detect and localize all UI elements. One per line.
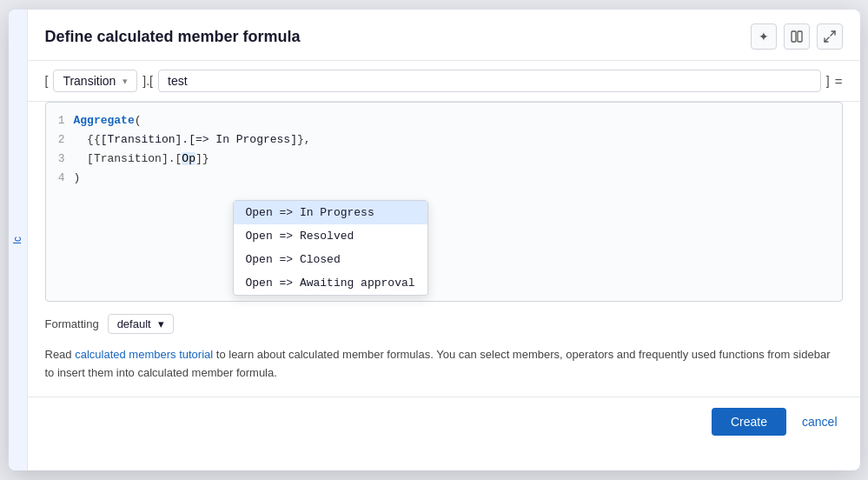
sparkle-button[interactable]: ✦: [751, 23, 777, 50]
formatting-value: default: [117, 317, 151, 330]
code-lines[interactable]: Aggregate( {{[Transition].[=> In Progres…: [74, 111, 842, 188]
cancel-button[interactable]: cancel: [797, 408, 842, 436]
svg-rect-0: [792, 31, 796, 42]
line-numbers: 1 2 3 4: [46, 111, 74, 188]
svg-rect-1: [798, 31, 802, 42]
split-button[interactable]: [784, 23, 810, 50]
autocomplete-item-1[interactable]: Open => In Progress: [234, 201, 427, 224]
autocomplete-item-2[interactable]: Open => Resolved: [234, 224, 427, 248]
dimension-label: Transition: [63, 74, 116, 88]
modal-title: Define calculated member formula: [45, 28, 301, 46]
autocomplete-item-3[interactable]: Open => Closed: [234, 248, 427, 271]
create-button[interactable]: Create: [712, 408, 786, 436]
modal-dialog: lc Define calculated member formula ✦ [ …: [9, 10, 860, 470]
code-line-2: {{[Transition].[=> In Progress]},: [74, 130, 833, 150]
left-sidebar-text: lc: [11, 237, 23, 244]
code-line-4: ): [74, 169, 833, 188]
autocomplete-item-4[interactable]: Open => Awaiting approval: [234, 271, 427, 295]
tutorial-link[interactable]: calculated members tutorial: [75, 348, 213, 361]
modal-header: Define calculated member formula ✦: [28, 10, 860, 61]
close-bracket: ]: [826, 74, 830, 88]
formatting-selector[interactable]: default ▾: [108, 314, 174, 334]
equals-sign: =: [835, 74, 843, 89]
info-prefix: Read: [45, 348, 76, 361]
chevron-down-icon: ▾: [123, 76, 128, 87]
modal-footer: Create cancel: [28, 397, 860, 446]
code-editor-empty-area[interactable]: [46, 197, 842, 301]
code-line-3: [Transition].[Op]}: [74, 150, 833, 169]
autocomplete-dropdown: Open => In Progress Open => Resolved Ope…: [233, 200, 428, 296]
info-text: Read calculated members tutorial to lear…: [28, 341, 860, 397]
svg-line-2: [831, 31, 835, 36]
header-icons: ✦: [751, 23, 843, 50]
formatting-label: Formatting: [45, 317, 99, 330]
svg-line-3: [825, 37, 829, 42]
expand-button[interactable]: [817, 23, 843, 50]
formatting-row: Formatting default ▾: [28, 302, 860, 341]
formula-bar: [ Transition ▾ ].[ ] =: [28, 61, 860, 102]
code-editor[interactable]: 1 2 3 4 Aggregate( {{[Transition].[=> In…: [45, 102, 843, 302]
left-sidebar: lc: [9, 10, 28, 470]
formatting-chevron-icon: ▾: [158, 317, 164, 330]
dimension-selector[interactable]: Transition ▾: [53, 70, 137, 92]
open-bracket: [: [45, 74, 49, 88]
member-input[interactable]: [158, 70, 821, 92]
separator: ].[: [142, 74, 153, 88]
code-line-1: Aggregate(: [74, 111, 833, 130]
